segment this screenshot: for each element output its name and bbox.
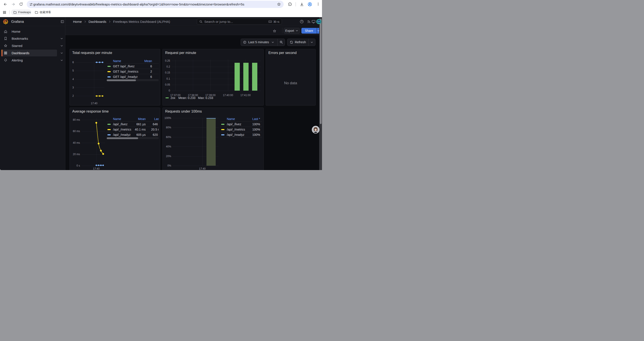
- timeseries-chart[interactable]: 6543217:40: [76, 61, 104, 100]
- sidebar-item-bookmarks[interactable]: Bookmarks: [0, 35, 65, 42]
- bar[interactable]: [206, 118, 216, 166]
- legend-table[interactable]: NameMeanLast */api/_/livez661 µs646 µs/a…: [106, 116, 159, 140]
- legend-series-name[interactable]: GET /api/_/readyz: [113, 74, 138, 80]
- legend-series-name[interactable]: GET /api/_/livez: [113, 64, 135, 69]
- scrollbar-thumb[interactable]: [320, 19, 322, 124]
- bookmark-star-icon[interactable]: [276, 2, 282, 7]
- panel-title[interactable]: Requests under 100ms: [165, 110, 202, 113]
- profile-icon[interactable]: [307, 2, 312, 7]
- legend-col-last[interactable]: Last *: [252, 116, 260, 122]
- legend-scrollbar[interactable]: [106, 137, 159, 139]
- url-bar[interactable]: grafana.mathmast.com/d/deytv4rwavabkb/fr…: [27, 1, 284, 8]
- legend-series-name[interactable]: /api/_/livez: [113, 122, 128, 127]
- presence-avatar[interactable]: [312, 126, 320, 134]
- legend-row[interactable]: GET /api/_/livez6: [106, 64, 159, 69]
- time-range-button[interactable]: Last 5 minutes: [241, 39, 278, 46]
- back-icon[interactable]: [3, 2, 8, 7]
- series-marker: [108, 71, 111, 72]
- download-icon[interactable]: [299, 2, 304, 7]
- panel-total-requests[interactable]: Total requests per minute 6543217:40 Nam…: [70, 49, 160, 106]
- sidebar: Grafana HomeBookmarksStarredDashboardsAl…: [0, 17, 65, 170]
- legend-scrollbar-thumb[interactable]: [107, 80, 136, 81]
- chevron-down-icon[interactable]: [60, 37, 63, 40]
- zoom-out-button[interactable]: [278, 39, 285, 46]
- scrollbar-track[interactable]: [319, 17, 322, 170]
- sidebar-item-home[interactable]: Home: [0, 28, 65, 35]
- sidebar-collapse-icon[interactable]: [60, 19, 65, 24]
- sidebar-item-alerting[interactable]: Alerting: [0, 57, 65, 64]
- legend-col-last[interactable]: Last *: [154, 116, 158, 122]
- help-icon[interactable]: [300, 19, 304, 24]
- legend-row[interactable]: /api/_/metrics40.1 ms20.5 ms: [106, 127, 159, 132]
- panel-request-per-minute[interactable]: Request per minute 00.050.10.150.20.2517…: [162, 49, 264, 106]
- brand-title[interactable]: Grafana: [11, 17, 24, 26]
- legend-scrollbar[interactable]: [106, 80, 159, 81]
- export-button[interactable]: Export: [284, 28, 300, 34]
- legend-row[interactable]: /api/_/readyz100%: [220, 132, 262, 137]
- panel-errors-per-second[interactable]: Errors per second No data: [266, 49, 316, 106]
- chevron-down-icon[interactable]: [60, 51, 63, 55]
- breadcrumb-home[interactable]: Home: [73, 20, 82, 24]
- legend-col-name[interactable]: Name: [113, 116, 121, 122]
- panel-title[interactable]: Errors per second: [268, 51, 297, 55]
- legend-value-mean: 2: [150, 69, 152, 74]
- legend-col-name[interactable]: Name: [113, 58, 121, 64]
- export-label: Export: [285, 29, 294, 33]
- bar-chart[interactable]: 0%20%40%60%80%100%17:40: [173, 118, 218, 166]
- series-marker: [166, 97, 169, 99]
- grafana-logo[interactable]: [3, 19, 8, 25]
- legend-list[interactable]: 2xx Mean: 0.233 Max: 0.233: [166, 96, 213, 100]
- bar[interactable]: [243, 63, 248, 91]
- legend-series-name[interactable]: /api/_/metrics: [227, 127, 245, 132]
- panel-requests-under-100ms[interactable]: Requests under 100ms 0%20%40%60%80%100%1…: [162, 108, 264, 170]
- refresh-interval-button[interactable]: [309, 39, 315, 46]
- legend-col-mean[interactable]: Mean: [144, 58, 152, 64]
- rss-icon[interactable]: [306, 19, 311, 24]
- legend-series-name[interactable]: /api/_/livez: [227, 122, 241, 127]
- bar[interactable]: [252, 63, 257, 91]
- legend-series-name[interactable]: 2xx: [170, 96, 175, 100]
- share-button[interactable]: Share: [302, 28, 317, 34]
- panel-title[interactable]: Request per minute: [165, 51, 196, 55]
- legend-table[interactable]: NameMeanGET /api/_/livez6GET /api/_/metr…: [106, 58, 159, 82]
- legend-series-name[interactable]: GET /api/_/metrics: [113, 69, 138, 74]
- chevron-down-icon[interactable]: [60, 59, 63, 62]
- breadcrumb-dashboards[interactable]: Dashboards: [88, 20, 106, 24]
- timeseries-chart[interactable]: 0 s20 ms40 ms60 ms80 ms17:40: [82, 118, 105, 166]
- menu-dots-icon[interactable]: [316, 2, 321, 7]
- legend-col-mean[interactable]: Mean: [138, 116, 146, 122]
- reload-icon[interactable]: [19, 2, 24, 7]
- legend-row[interactable]: GET /api/_/metrics2: [106, 69, 159, 74]
- panel-avg-response-time[interactable]: Average response time 0 s20 ms40 ms60 ms…: [70, 108, 160, 170]
- search-input[interactable]: Search or jump to... ⌘+k: [197, 19, 282, 25]
- legend-series-name[interactable]: /api/_/readyz: [227, 132, 244, 137]
- legend-scrollbar-thumb[interactable]: [107, 137, 138, 139]
- series-layer: [76, 61, 104, 100]
- monitor-icon[interactable]: [311, 19, 316, 24]
- bar[interactable]: [234, 63, 240, 91]
- chevron-down-icon[interactable]: [60, 44, 63, 47]
- legend-series-name[interactable]: /api/_/metrics: [113, 127, 131, 132]
- bar-chart[interactable]: 00.050.10.150.20.2517:37:0017:38:0017:39…: [172, 60, 261, 91]
- panel-title[interactable]: Average response time: [72, 110, 109, 113]
- site-settings-icon[interactable]: [29, 2, 33, 7]
- legend-row[interactable]: /api/_/metrics100%: [220, 127, 262, 132]
- apps-grid-icon[interactable]: [2, 10, 6, 15]
- refresh-button[interactable]: Refresh: [287, 39, 308, 46]
- forward-icon[interactable]: [11, 2, 16, 7]
- user-avatar[interactable]: [316, 19, 321, 24]
- legend-row[interactable]: /api/_/livez661 µs646 µs: [106, 122, 159, 127]
- legend-series-name[interactable]: /api/_/readyz: [113, 132, 131, 137]
- panel-title[interactable]: Total requests per minute: [72, 51, 112, 55]
- sidebar-item-dashboards[interactable]: Dashboards: [0, 49, 65, 57]
- bookmark-folder-label[interactable]: Freeleaps: [18, 10, 31, 15]
- sidebar-item-starred[interactable]: Starred: [0, 42, 65, 49]
- extensions-icon[interactable]: [287, 2, 293, 7]
- legend-row[interactable]: /api/_/readyz605 µs620 µs: [106, 132, 159, 137]
- legend-row[interactable]: /api/_/livez100%: [220, 122, 262, 127]
- bookmark-folder-label[interactable]: 收藏博客: [40, 10, 51, 15]
- favorite-star-icon[interactable]: [273, 29, 276, 33]
- legend-table[interactable]: NameLast */api/_/livez100%/api/_/metrics…: [220, 116, 262, 140]
- legend-row[interactable]: GET /api/_/readyz6: [106, 74, 159, 80]
- legend-col-name[interactable]: Name: [227, 116, 235, 122]
